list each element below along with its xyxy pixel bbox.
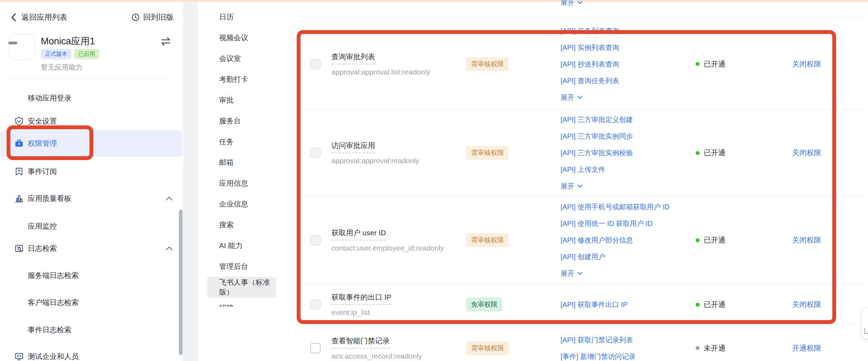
status-not-opened: 未开通 — [696, 343, 726, 353]
sidebar-item-label: 权限管理 — [28, 139, 57, 148]
event-link[interactable]: [事件] 新增门禁访问记录 — [561, 348, 636, 361]
api-link[interactable]: [API] 三方审批实例同步 — [561, 128, 633, 144]
category-video-meeting[interactable]: 视频会议 — [207, 27, 276, 48]
api-link[interactable]: [API] 三方审批定义创建 — [561, 111, 633, 128]
category-calendar[interactable]: 日历 — [207, 7, 276, 27]
api-link[interactable]: [API] 使用统一 ID 获取用户 ID — [561, 215, 669, 232]
api-link[interactable]: [API] 创建用户 — [561, 248, 669, 265]
sidebar-item-app-monitoring[interactable]: 应用监控 — [0, 217, 184, 236]
category-app-info[interactable]: 应用信息 — [207, 173, 276, 194]
app-sidebar: 返回应用列表 回到旧版 Monica应用1 正式版本 已启用 暂无应用能力 移动… — [0, 2, 184, 361]
permission-code: approval:approval:readonly — [331, 157, 463, 165]
api-link[interactable]: [API] 使用手机号或邮箱获取用户 ID — [561, 199, 669, 215]
chevron-down-icon — [577, 272, 583, 275]
close-permission-link[interactable]: 关闭权限 — [792, 300, 821, 309]
category-task[interactable]: 任务 — [207, 131, 276, 152]
sidebar-item-permission-management[interactable]: 权限管理 — [0, 134, 184, 153]
sidebar-item-label: 事件日志检索 — [28, 325, 71, 335]
status-dot-green — [696, 238, 700, 242]
old-version-label: 回到旧版 — [143, 12, 174, 23]
permission-name: 查看智能门禁记录 — [331, 336, 390, 349]
row-checkbox[interactable] — [310, 343, 321, 353]
log-search-icon — [15, 244, 24, 253]
bar-chart-icon — [15, 194, 24, 203]
permission-row: 获取事件的出口 IP event:ip_list 免审权限 [API] 获取事件… — [305, 285, 863, 325]
permission-code: event:ip_list — [331, 308, 463, 317]
back-to-old-version-link[interactable]: 回到旧版 — [131, 12, 174, 23]
sidebar-item-app-quality-board[interactable]: 应用质量看板 — [0, 189, 184, 208]
expand-link[interactable]: 展开 — [561, 265, 669, 282]
shield-check-icon — [15, 117, 24, 126]
review-required-tag: 需审核权限 — [466, 233, 509, 247]
sidebar-item-event-log-search[interactable]: 事件日志检索 — [0, 320, 184, 340]
app-capability-note: 暂无应用能力 — [41, 63, 83, 72]
permission-row: 获取用户 user ID contact:user.employee_id:re… — [305, 196, 863, 285]
status-dot-gray — [696, 346, 700, 350]
category-approval[interactable]: 审批 — [207, 90, 276, 111]
row-checkbox[interactable] — [310, 148, 321, 158]
row-checkbox[interactable] — [310, 299, 321, 310]
category-ai[interactable]: AI 能力 — [207, 235, 276, 256]
open-permission-link[interactable]: 开通权限 — [792, 343, 821, 353]
api-link[interactable]: [API] 抄送列表查询 — [561, 56, 619, 72]
floating-helper-widget[interactable] — [862, 308, 868, 339]
expand-link[interactable]: 展开 — [561, 178, 633, 194]
back-to-app-list-link[interactable]: 返回应用列表 — [10, 12, 67, 23]
sidebar-scrollbar-thumb[interactable] — [179, 210, 183, 355]
enabled-badge: 已启用 — [74, 49, 99, 59]
close-permission-link[interactable]: 关闭权限 — [792, 235, 821, 245]
chevron-up-icon[interactable] — [166, 196, 173, 201]
permission-name: 获取用户 user ID — [331, 228, 386, 240]
permission-name: 获取事件的出口 IP — [331, 292, 391, 305]
review-required-tag: 需审核权限 — [466, 146, 509, 160]
row-checkbox[interactable] — [310, 235, 321, 245]
sidebar-item-client-log-search[interactable]: 客户端日志检索 — [0, 293, 184, 312]
api-link[interactable]: [API] 获取门禁记录列表 — [561, 332, 636, 348]
chevron-down-icon — [577, 184, 583, 188]
no-review-tag: 免审权限 — [466, 298, 502, 311]
permission-code: acs:access_record:readonly — [331, 352, 463, 360]
permission-name: 查询审批列表 — [331, 52, 375, 64]
api-link[interactable]: [API] 查询任务列表 — [561, 72, 619, 89]
category-recruiting[interactable]: 招聘 — [207, 298, 276, 307]
sidebar-item-server-log-search[interactable]: 服务端日志检索 — [0, 266, 184, 285]
api-link[interactable]: [API] 修改用户部分信息 — [561, 232, 669, 248]
api-link[interactable]: [API] 获取事件出口 IP — [561, 296, 627, 313]
expand-link[interactable]: 展开 — [561, 0, 583, 11]
category-feishu-hr-standard[interactable]: 飞书人事（标准版） — [207, 277, 276, 298]
row-checkbox[interactable] — [310, 59, 321, 69]
sidebar-item-label: 应用质量看板 — [28, 194, 71, 203]
category-helpdesk[interactable]: 服务台 — [207, 111, 276, 131]
category-attendance[interactable]: 考勤打卡 — [207, 69, 276, 90]
app-avatar — [9, 34, 35, 60]
switch-app-icon[interactable] — [160, 36, 172, 47]
category-meeting-room[interactable]: 会议室 — [207, 48, 276, 69]
status-dot-green — [696, 62, 700, 66]
close-permission-link[interactable]: 关闭权限 — [792, 148, 821, 158]
expand-link[interactable]: 展开 — [561, 89, 619, 106]
api-link[interactable]: [API] 上传文件 — [561, 161, 633, 178]
chevron-down-icon — [577, 1, 583, 4]
category-admin[interactable]: 管理后台 — [207, 256, 276, 277]
sidebar-item-log-search[interactable]: 日志检索 — [0, 239, 184, 258]
chevron-up-icon[interactable] — [166, 246, 173, 250]
status-opened: 已开通 — [696, 148, 726, 158]
status-opened: 已开通 — [696, 59, 726, 69]
status-dot-green — [696, 151, 700, 155]
sidebar-item-label: 服务端日志检索 — [28, 271, 79, 280]
permission-row-partial: 展开 — [305, 2, 863, 18]
category-company-info[interactable]: 企业信息 — [207, 194, 276, 214]
category-mail[interactable]: 邮箱 — [207, 152, 276, 173]
permission-list: 展开 查询审批列表 approval:approval.list:readonl… — [278, 2, 868, 361]
permission-category-list: 日历 视频会议 会议室 考勤打卡 审批 服务台 任务 邮箱 应用信息 企业信息 … — [198, 2, 278, 307]
api-link[interactable]: [API] 实例列表查询 — [561, 39, 619, 56]
panel-gutter — [184, 2, 198, 361]
sidebar-item-mobile-app-login[interactable]: 移动应用登录 — [0, 88, 184, 108]
sidebar-item-test-company-users[interactable]: 测试企业和人员 — [0, 347, 184, 361]
close-permission-link[interactable]: 关闭权限 — [792, 59, 821, 69]
api-link[interactable]: [API] 任务列表查询 — [561, 23, 619, 39]
category-search[interactable]: 搜索 — [207, 214, 276, 235]
sidebar-item-event-subscription[interactable]: 事件订阅 — [0, 162, 184, 181]
api-link[interactable]: [API] 三方审批实例校验 — [561, 144, 633, 161]
sidebar-item-security-settings[interactable]: 安全设置 — [0, 112, 184, 131]
